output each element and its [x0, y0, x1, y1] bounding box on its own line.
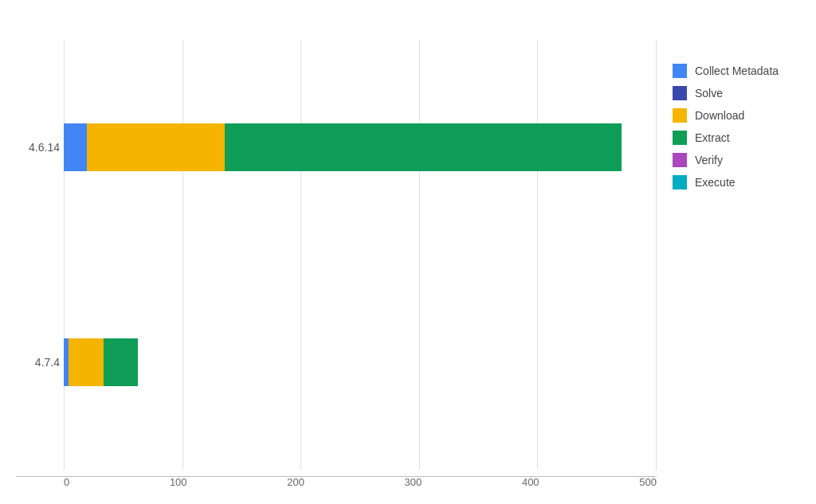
bar-segment-collect-metadata: [64, 123, 87, 171]
bar-track: [64, 123, 639, 171]
bar-label: 4.7.4: [20, 356, 60, 369]
legend: Collect MetadataSolveDownloadExtractVeri…: [657, 40, 800, 488]
legend-item: Verify: [673, 153, 792, 167]
legend-item: Collect Metadata: [673, 64, 792, 78]
x-tick: 200: [287, 476, 304, 488]
legend-label: Verify: [695, 154, 723, 166]
grid-line-400: [537, 40, 538, 470]
bar-row: 4.7.4: [64, 322, 657, 402]
chart-area: 4.6.144.7.4 0100200300400500: [16, 40, 657, 488]
bar-segment-extract: [225, 123, 622, 171]
bar-track-wrapper: [64, 123, 657, 171]
legend-swatch: [673, 64, 687, 78]
grid-line-300: [419, 40, 420, 470]
grid-line-200: [300, 40, 301, 470]
grid-lines: [64, 40, 657, 470]
legend-label: Collect Metadata: [695, 64, 779, 77]
grid-line-100: [182, 40, 183, 470]
bar-segment-download: [69, 338, 104, 386]
legend-item: Extract: [673, 131, 792, 145]
legend-label: Solve: [695, 87, 723, 100]
bar-segment-extract: [104, 338, 138, 386]
legend-item: Solve: [673, 86, 792, 100]
bar-track-wrapper: [64, 338, 657, 386]
bars-section: 4.6.144.7.4: [16, 40, 657, 470]
legend-label: Extract: [695, 131, 730, 144]
x-tick: 500: [639, 476, 657, 488]
grid-line-500: [656, 40, 657, 470]
y-axis-line: [64, 40, 65, 470]
bar-track: [64, 338, 273, 386]
x-tick: 0: [64, 476, 69, 488]
legend-item: Execute: [673, 175, 792, 189]
x-tick: 300: [405, 476, 422, 488]
legend-swatch: [673, 86, 687, 100]
legend-label: Download: [695, 109, 744, 122]
legend-swatch: [673, 175, 687, 189]
chart-container: 4.6.144.7.4 0100200300400500 Collect Met…: [0, 0, 816, 504]
legend-item: Download: [673, 108, 792, 123]
legend-swatch: [673, 108, 687, 123]
x-tick: 100: [170, 476, 187, 488]
x-tick: 400: [522, 476, 539, 488]
bar-segment-download: [87, 123, 225, 171]
bar-label: 4.6.14: [20, 141, 60, 154]
legend-label: Execute: [695, 176, 736, 189]
bar-row: 4.6.14: [64, 107, 657, 187]
legend-swatch: [673, 153, 687, 167]
x-axis: 0100200300400500: [16, 476, 657, 488]
chart-body: 4.6.144.7.4 0100200300400500 Collect Met…: [16, 40, 800, 488]
legend-swatch: [673, 131, 687, 145]
